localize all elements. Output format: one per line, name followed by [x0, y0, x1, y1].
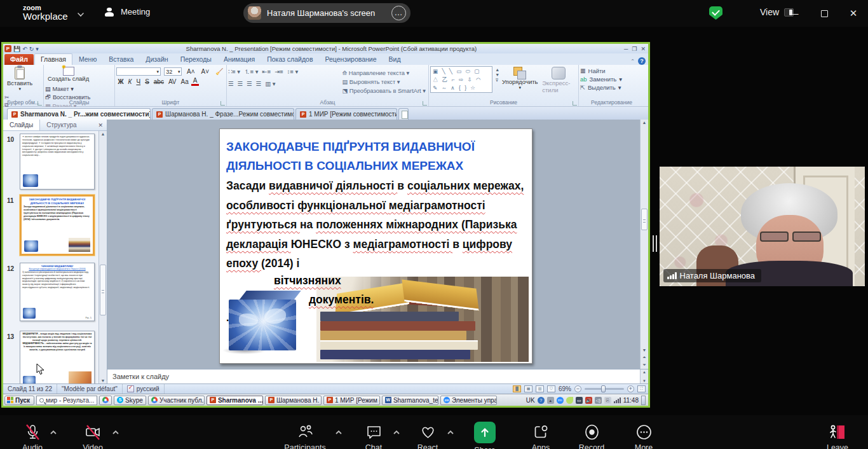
next-slide-button[interactable]: ⏷ — [641, 363, 648, 368]
ppt-restore-icon[interactable]: ❐ — [632, 46, 637, 52]
ribbon-tab-file[interactable]: Файл — [4, 54, 34, 65]
paragraph-dialog-launcher[interactable] — [423, 101, 427, 106]
close-button[interactable]: ✕ — [844, 0, 863, 27]
ribbon-tab-transitions[interactable]: Переходы — [175, 54, 217, 65]
display-tray-icon[interactable]: ▭ — [576, 397, 583, 404]
taskbar-search[interactable]: мир - Результа... — [36, 396, 97, 405]
slide-scroll-down-icon[interactable]: ▼ — [641, 348, 648, 352]
ribbon-tab-slideshow[interactable]: Показ слайдов — [261, 54, 318, 65]
tab-shared-screen[interactable]: Наталя Шарманова's screen … — [243, 3, 410, 23]
leave-button[interactable]: Leave — [809, 424, 866, 449]
slide-scrollbar[interactable]: ▲ ▼ ⏶ ⏷ — [640, 120, 648, 369]
volume-muted-tray-icon[interactable]: 🔊 — [585, 397, 592, 404]
paste-button[interactable]: Вставить ▾ — [4, 66, 35, 92]
slide-thumbnail-12[interactable]: ЧИННИКИ МЕДІАВПЛИВУ Концепція впроваджен… — [20, 263, 95, 321]
align-right-button[interactable]: ☰ — [247, 80, 252, 87]
minimize-button[interactable]: ─ — [785, 0, 804, 27]
pane-scroll-up-icon[interactable]: ▲ — [99, 131, 107, 136]
ppt-close-icon[interactable]: ✕ — [641, 46, 646, 52]
slide-sorter-view-button[interactable]: ▦ — [524, 385, 532, 392]
more-button[interactable]: More — [615, 424, 672, 449]
select-button[interactable]: ⇱Выделить ▾ — [580, 84, 643, 91]
clipboard-dialog-launcher[interactable] — [37, 101, 42, 106]
shadow-button[interactable]: S — [144, 78, 151, 85]
arrange-button[interactable]: Упорядочить ▾ — [502, 66, 538, 94]
participant-video-tile[interactable]: Наталя Шарманова — [660, 167, 865, 286]
video-options-chevron-icon[interactable] — [112, 430, 119, 435]
save-icon[interactable]: 💾 — [13, 46, 20, 52]
char-spacing-button[interactable]: AV — [166, 78, 178, 85]
ribbon-tab-menu[interactable]: Меню — [73, 54, 102, 65]
doc-tab-2[interactable]: P Шарманова Н. _ Фразе...Режим совместим… — [152, 108, 294, 120]
italic-button[interactable]: К — [126, 78, 133, 85]
replace-button[interactable]: abЗаменить ▾ — [580, 76, 643, 83]
shapes-gallery[interactable]: ▣ ╲ ╲ ▭ ⬭ ▢△ 乙 ⌐ ⇨ ⇩ ◠✎ ～ ∧ { } ☆ — [430, 66, 492, 93]
pane-scrollbar[interactable]: ▲ ▼ — [98, 131, 107, 383]
grow-font-icon[interactable]: A˄ — [185, 68, 196, 75]
help-icon[interactable]: ? — [638, 57, 646, 65]
reading-view-button[interactable]: ▥ — [536, 385, 544, 392]
bullets-button[interactable]: ∷≡ ▾ — [228, 68, 240, 76]
ribbon-tab-view[interactable]: Вид — [383, 54, 407, 65]
network-signal-icon[interactable] — [614, 397, 621, 403]
clipboard-tray-icon[interactable]: ⎘ — [604, 397, 611, 404]
font-dialog-launcher[interactable] — [220, 101, 225, 106]
language-indicator[interactable]: UK — [526, 397, 535, 404]
volume-tray-icon[interactable]: ◁) — [595, 397, 602, 404]
pane-tab-slides[interactable]: Слайды — [3, 120, 40, 130]
font-color-button[interactable]: A — [191, 77, 199, 86]
numbering-button[interactable]: ⒈≡ ▾ — [244, 68, 258, 76]
skype-button[interactable]: S Skype — [114, 396, 146, 405]
ribbon-tab-review[interactable]: Рецензирование — [319, 54, 382, 65]
react-button[interactable]: React — [399, 424, 456, 449]
align-center-button[interactable]: ☰ — [238, 80, 243, 87]
doc-tab-3[interactable]: P 1 МИР [Режим совместимости] ✕ — [295, 108, 397, 120]
text-direction-button[interactable]: ⟰ Направление текста ▾ — [342, 69, 426, 76]
ribbon-tab-design[interactable]: Дизайн — [140, 54, 173, 65]
layout-button[interactable]: ▤ Макет ▾ — [45, 85, 90, 92]
slide-scroll-up-icon[interactable]: ▲ — [641, 120, 648, 125]
workspace-chevron-down-icon[interactable] — [78, 10, 84, 17]
pane-close-icon[interactable]: ✕ — [98, 122, 107, 128]
pane-tab-outline[interactable]: Структура — [40, 120, 83, 130]
slideshow-view-button[interactable]: ⛉ — [547, 385, 555, 392]
zoom-slider[interactable] — [585, 388, 624, 390]
underline-button[interactable]: Ч — [135, 78, 142, 85]
decrease-indent-button[interactable]: ⇤≡ — [262, 68, 271, 76]
notes-scrollbar[interactable]: ▲▼ — [640, 370, 648, 383]
clear-format-icon[interactable]: 🧹 — [214, 68, 225, 75]
new-document-tab-button[interactable] — [398, 108, 409, 120]
zoom-in-button[interactable]: + — [627, 385, 634, 392]
shapes-more-icon[interactable]: ⊽ — [495, 78, 499, 83]
undo-icon[interactable]: ↶ — [22, 46, 27, 52]
zoom-slider-thumb[interactable] — [601, 385, 606, 392]
security-shield-icon[interactable] — [709, 6, 722, 20]
taskbar-btn-chrome-window[interactable]: Участник публ... — [148, 396, 205, 405]
audio-button[interactable]: Audio — [4, 424, 61, 449]
participants-button[interactable]: Participants — [276, 424, 334, 449]
font-size-combo[interactable]: 32▾ — [164, 67, 182, 76]
shapes-scroll-up-icon[interactable]: ▲ — [495, 67, 499, 72]
drawing-dialog-launcher[interactable] — [573, 101, 577, 106]
start-button[interactable]: Пуск — [4, 396, 34, 405]
bold-button[interactable]: Ж — [116, 78, 125, 85]
spell-check-cell[interactable]: русский — [123, 384, 165, 394]
ribbon-tab-home[interactable]: Главная — [34, 53, 72, 65]
previous-slide-button[interactable]: ⏶ — [641, 355, 648, 360]
zoom-out-button[interactable]: − — [574, 385, 581, 392]
notes-panel[interactable]: Заметки к слайду ▲▼ — [107, 369, 648, 383]
restore-button[interactable] — [815, 0, 834, 27]
chrome-launcher-button[interactable] — [99, 396, 112, 405]
new-slide-button[interactable]: ✺ Создать слайд — [45, 66, 92, 83]
slide-thumbnail-13[interactable]: МЕДІАКРАТІЯ – влада медіа над людиною і … — [20, 331, 95, 383]
leaf-tray-icon[interactable] — [566, 397, 573, 404]
ppt-minimize-icon[interactable]: ─ — [624, 46, 628, 52]
panel-resize-handle[interactable] — [653, 235, 658, 252]
normal-view-button[interactable]: ▐▌ — [513, 385, 521, 392]
justify-button[interactable]: ☰ — [256, 80, 262, 87]
audio-options-chevron-icon[interactable] — [50, 430, 57, 435]
help-tray-icon[interactable]: ? — [538, 397, 545, 404]
columns-button[interactable]: ▥ ▾ — [265, 80, 275, 87]
taskbar-btn-sharmanova-ppt[interactable]: PSharmanova ... — [207, 396, 263, 405]
record-button[interactable]: Record — [563, 424, 620, 449]
